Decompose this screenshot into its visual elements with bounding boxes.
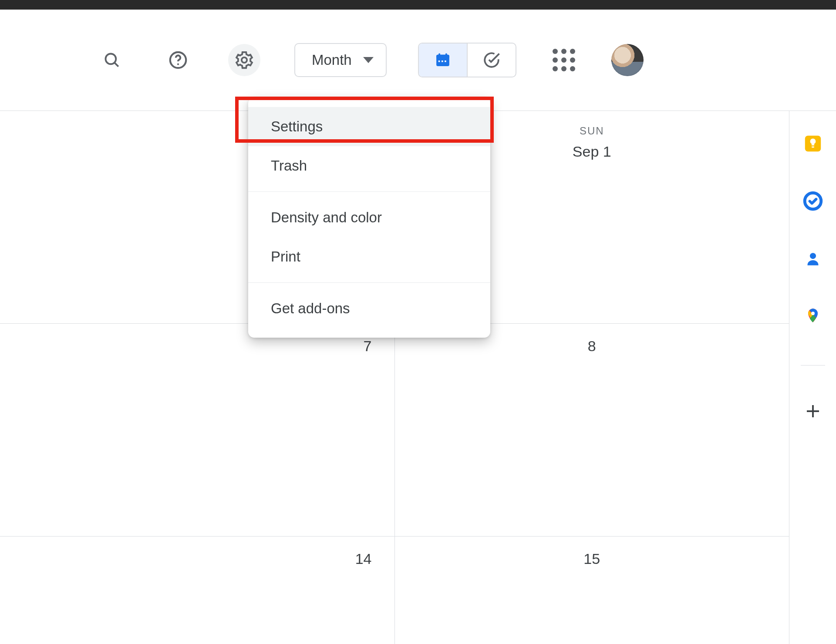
svg-rect-11 (445, 54, 447, 56)
menu-item-addons[interactable]: Get add-ons (248, 289, 490, 328)
svg-point-4 (242, 57, 247, 63)
tasks-icon (803, 191, 823, 211)
menu-item-trash[interactable]: Trash (248, 146, 490, 185)
svg-point-3 (177, 63, 179, 65)
contacts-icon (804, 248, 822, 268)
svg-rect-13 (811, 147, 814, 148)
menu-item-settings[interactable]: Settings (248, 107, 490, 146)
tasks-view-toggle[interactable] (468, 44, 516, 77)
menu-item-print[interactable]: Print (248, 237, 490, 276)
app-header: Month (0, 10, 836, 111)
google-apps-button[interactable] (548, 44, 580, 76)
maps-icon (804, 306, 822, 326)
svg-point-15 (810, 253, 816, 259)
date-number: 7 (0, 338, 394, 355)
view-selector[interactable]: Month (294, 43, 387, 77)
calendar-view-toggle[interactable] (419, 44, 468, 77)
week-row: 14 15 (0, 537, 789, 644)
menu-divider (248, 191, 490, 192)
search-button[interactable] (96, 44, 128, 76)
svg-point-0 (105, 54, 116, 64)
keep-icon (803, 134, 823, 154)
keep-app-button[interactable] (803, 134, 823, 154)
apps-grid-icon (553, 49, 575, 71)
svg-point-16 (811, 312, 815, 315)
chevron-down-icon (363, 57, 374, 63)
maps-app-button[interactable] (803, 306, 823, 326)
date-number: 8 (395, 338, 789, 355)
date-number: 14 (0, 550, 394, 567)
view-toggle-group (418, 43, 516, 77)
account-avatar[interactable] (611, 44, 644, 76)
menu-divider (248, 282, 490, 283)
view-selector-label: Month (312, 52, 352, 68)
help-icon (168, 50, 188, 70)
search-icon (103, 51, 121, 69)
day-cell[interactable]: 14 (0, 537, 395, 644)
svg-line-1 (115, 63, 118, 67)
get-addons-button[interactable] (804, 400, 822, 426)
day-cell[interactable]: 8 (395, 324, 789, 536)
svg-rect-8 (442, 60, 443, 62)
day-cell[interactable]: 15 (395, 537, 789, 644)
calendar-icon (434, 51, 452, 69)
check-circle-icon (482, 51, 501, 69)
plus-icon (804, 402, 822, 420)
browser-top-strip (0, 0, 836, 10)
help-button[interactable] (162, 44, 194, 76)
settings-menu: Settings Trash Density and color Print G… (248, 97, 490, 338)
day-cell[interactable]: 7 (0, 324, 395, 536)
svg-rect-9 (445, 60, 446, 62)
side-panel-divider (801, 365, 825, 366)
tasks-app-button[interactable] (803, 191, 823, 211)
svg-rect-6 (436, 55, 449, 59)
settings-button[interactable] (228, 44, 260, 76)
gear-icon (234, 50, 254, 70)
contacts-app-button[interactable] (803, 248, 823, 268)
side-panel (789, 111, 836, 644)
week-row: 7 8 (0, 324, 789, 537)
date-number: 15 (395, 550, 789, 567)
svg-rect-7 (438, 60, 440, 62)
svg-rect-10 (438, 54, 440, 56)
menu-item-density[interactable]: Density and color (248, 198, 490, 237)
